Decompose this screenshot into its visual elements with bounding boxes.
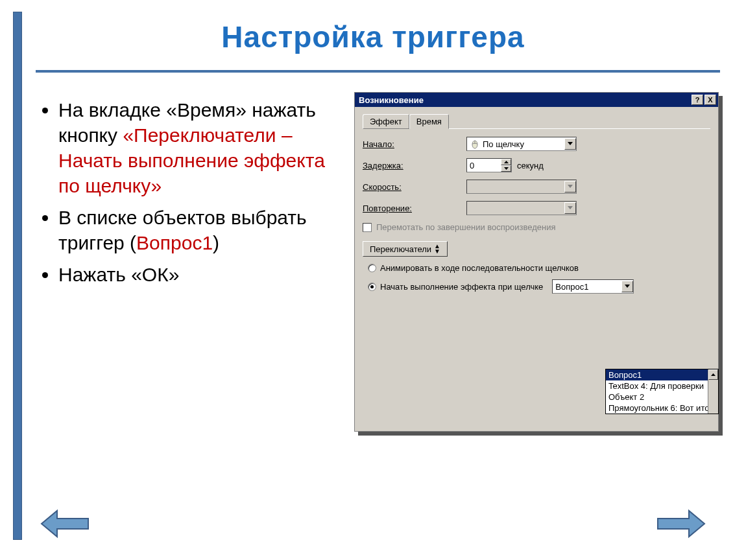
- radio-unselected-icon[interactable]: [368, 264, 376, 272]
- label-seconds: секунд: [517, 161, 544, 170]
- dropdown-option[interactable]: TextBox 4: Для проверки: [606, 380, 708, 391]
- tab-effect[interactable]: Эффект: [363, 114, 409, 129]
- dialog-title: Возникновение: [359, 95, 424, 105]
- trigger-dropdown-list[interactable]: Вопрос1 TextBox 4: Для проверки Объект 2…: [605, 369, 719, 414]
- mouse-icon: [470, 139, 480, 149]
- label-delay: Задержка:: [363, 161, 466, 170]
- scroll-up-icon[interactable]: [708, 369, 718, 380]
- switches-button[interactable]: Переключатели ▲▼: [363, 241, 448, 257]
- trigger-combo[interactable]: Вопрос1: [552, 279, 634, 294]
- repeat-combo[interactable]: [466, 201, 577, 215]
- delay-value: 0: [470, 161, 474, 170]
- help-button[interactable]: ?: [692, 95, 703, 105]
- row-speed: Скорость:: [363, 180, 710, 194]
- delay-spinner[interactable]: 0: [466, 158, 512, 172]
- next-arrow-button[interactable]: [654, 507, 707, 541]
- radio-label-sequence: Анимировать в ходе последовательности ще…: [380, 263, 579, 273]
- bullet-item: На вкладке «Время» нажать кнопку «Перекл…: [58, 97, 345, 198]
- chevron-up-down-icon: ▲▼: [434, 244, 440, 254]
- trigger-selected: Вопрос1: [555, 282, 588, 292]
- tab-time[interactable]: Время: [409, 114, 449, 129]
- slide: Настройка триггера На вкладке «Время» на…: [0, 0, 746, 560]
- spin-down-icon[interactable]: [501, 165, 511, 172]
- bullet-list: На вкладке «Время» нажать кнопку «Перекл…: [40, 97, 345, 294]
- dialog-body: Эффект Время Начало: По щелчку: [355, 107, 718, 294]
- dropdown-option[interactable]: Прямоугольник 6: Вот ито: [606, 402, 708, 414]
- spin-up-icon[interactable]: [501, 159, 511, 165]
- tab-strip: Эффект Время: [363, 113, 710, 129]
- bullet-highlight: Вопрос1: [136, 232, 213, 253]
- scrollbar[interactable]: [708, 369, 718, 414]
- dropdown-arrow-icon[interactable]: [564, 202, 576, 214]
- bullet-item: В списке объектов выбрать триггер (Вопро…: [58, 205, 345, 255]
- bullet-item: Нажать «ОК»: [58, 262, 345, 287]
- dropdown-option[interactable]: Вопрос1: [606, 369, 708, 380]
- radio-row-sequence[interactable]: Анимировать в ходе последовательности ще…: [368, 263, 710, 273]
- bullet-text: ): [213, 232, 219, 253]
- label-speed: Скорость:: [363, 182, 466, 192]
- start-value: По щелчку: [483, 139, 524, 149]
- rewind-label: Перемотать по завершении воспроизведения: [376, 222, 556, 232]
- dropdown-arrow-icon[interactable]: [564, 181, 576, 192]
- start-combo[interactable]: По щелчку: [466, 137, 577, 151]
- slide-title: Настройка триггера: [0, 19, 746, 54]
- rewind-checkbox-row: Перемотать по завершении воспроизведения: [363, 222, 710, 232]
- dropdown-arrow-icon[interactable]: [621, 281, 633, 292]
- close-button[interactable]: X: [704, 95, 716, 105]
- dialog-titlebar[interactable]: Возникновение ? X: [355, 93, 718, 107]
- bullet-text: Нажать «ОК»: [58, 264, 179, 285]
- slide-accent-bar: [13, 12, 22, 540]
- label-start: Начало:: [363, 139, 466, 149]
- prev-arrow-button[interactable]: [39, 507, 92, 541]
- switches-button-label: Переключатели: [370, 244, 431, 254]
- radio-selected-icon[interactable]: [368, 283, 376, 291]
- rewind-checkbox: [363, 223, 372, 232]
- speed-combo[interactable]: [466, 180, 577, 194]
- radio-label-click: Начать выполнение эффекта при щелчке: [380, 282, 543, 292]
- effect-dialog: Возникновение ? X Эффект Время Начало: П…: [354, 92, 719, 432]
- row-delay: Задержка: 0 секунд: [363, 158, 710, 172]
- title-underline: [36, 70, 720, 73]
- radio-row-click[interactable]: Начать выполнение эффекта при щелчке Воп…: [368, 279, 710, 294]
- row-repeat: Повторение:: [363, 201, 710, 215]
- dropdown-arrow-icon[interactable]: [564, 138, 576, 150]
- label-repeat: Повторение:: [363, 204, 466, 213]
- row-start: Начало: По щелчку: [363, 137, 710, 151]
- dropdown-option[interactable]: Объект 2: [606, 391, 708, 402]
